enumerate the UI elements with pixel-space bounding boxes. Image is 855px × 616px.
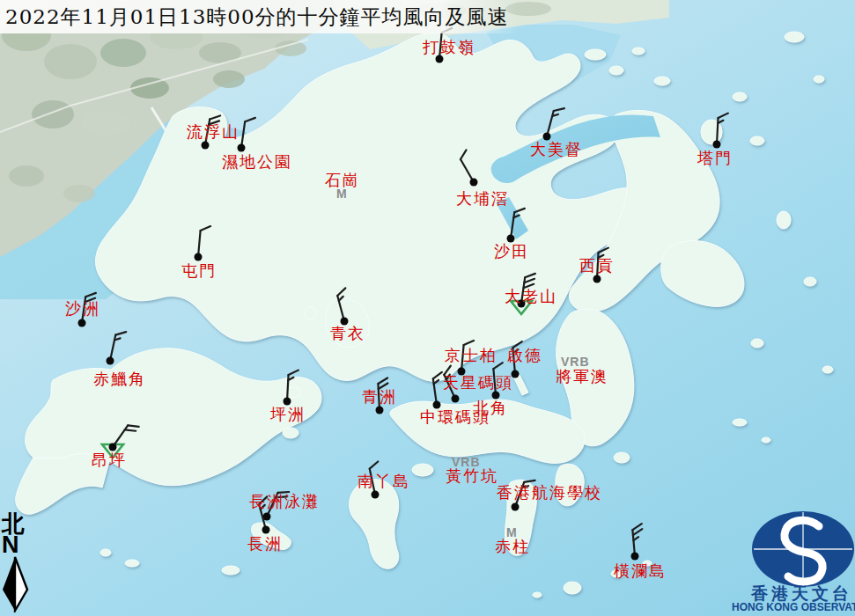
station-label: 青衣	[330, 326, 365, 341]
station-label: 京士柏	[445, 348, 498, 363]
station-label: 西貢	[579, 258, 615, 274]
station-label: 塔門	[697, 150, 733, 166]
station-label: 青洲	[362, 389, 397, 405]
station-label: 大老山	[505, 289, 557, 304]
station-label: 長洲	[247, 536, 283, 552]
station-label: 大美督	[530, 142, 583, 158]
station-label: 大埔滘	[456, 191, 509, 207]
station-label: 黃竹坑	[446, 468, 498, 484]
station-label: 昂坪	[92, 452, 127, 468]
station-label: 南丫島	[357, 473, 410, 489]
station-label: 北角	[473, 400, 508, 416]
station-label: 打鼓嶺	[423, 40, 475, 55]
station-label: 天星碼頭	[443, 375, 513, 391]
station-label: 長洲泳灘	[249, 494, 320, 510]
station-label: 坪洲	[270, 407, 306, 422]
station-label: 沙洲	[65, 301, 100, 317]
hko-logo-name-en: HONG KONG OBSERVATORY	[732, 602, 855, 612]
station-label: 沙田	[494, 244, 529, 260]
logo-layer	[0, 0, 855, 616]
station-label: 香港航海學校	[497, 485, 602, 501]
station-label: 流浮山	[187, 124, 240, 140]
hko-wind-map: 北 N 2022年11月01日13時00分的十分鐘平均風向及風速 打鼓嶺流浮山濕…	[0, 0, 855, 616]
north-arrow-icon	[2, 556, 32, 612]
north-compass: 北 N	[2, 512, 37, 612]
hko-logo-name-cjk: 香港天文台	[751, 585, 852, 602]
station-label: 啟德	[507, 348, 542, 363]
compass-north-en: N	[2, 535, 37, 555]
station-label: 橫瀾島	[614, 563, 667, 579]
missing-data-marker: M	[336, 187, 348, 200]
station-label: 屯門	[181, 263, 217, 279]
station-label: 赤鱲角	[93, 371, 146, 387]
station-label: 濕地公園	[222, 154, 292, 170]
map-title: 2022年11月01日13時00分的十分鐘平均風向及風速	[0, 0, 518, 33]
missing-data-marker: M	[506, 526, 518, 539]
station-label: 將軍澳	[556, 369, 608, 385]
variable-wind-marker: VRB	[452, 456, 481, 468]
station-label: 赤柱	[495, 539, 530, 554]
variable-wind-marker: VRB	[561, 356, 590, 368]
hko-logo-icon	[752, 511, 854, 587]
